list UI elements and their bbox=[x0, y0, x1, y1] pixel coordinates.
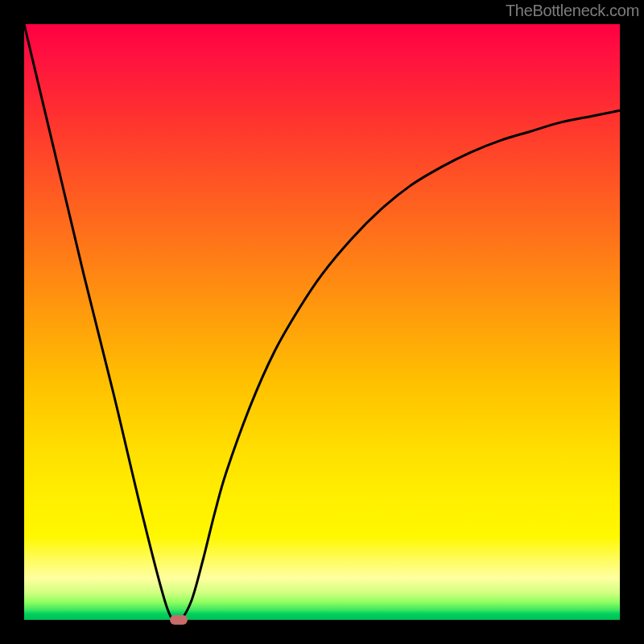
minimum-marker bbox=[170, 615, 188, 625]
plot-gradient-background bbox=[24, 24, 620, 620]
watermark-text: TheBottleneck.com bbox=[506, 2, 639, 20]
chart-frame: TheBottleneck.com bbox=[0, 0, 644, 644]
